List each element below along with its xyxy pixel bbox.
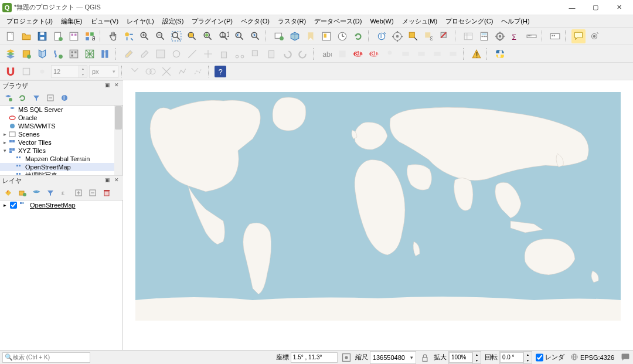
minimize-button[interactable]: — xyxy=(560,0,584,15)
menu-edit[interactable]: 編集(E) xyxy=(57,17,87,26)
rotation-input[interactable]: ▴▾ xyxy=(499,351,532,364)
browser-undock-button[interactable]: ▣ xyxy=(103,82,111,90)
menu-help[interactable]: ヘルプ(H) xyxy=(497,17,533,26)
toggle-editing-button[interactable] xyxy=(138,47,152,61)
lock-scale-icon[interactable] xyxy=(420,352,430,363)
filter-legend-icon[interactable] xyxy=(45,187,56,199)
new-bookmark-button[interactable] xyxy=(304,29,318,43)
toggle-extents-icon[interactable] xyxy=(341,352,352,363)
open-project-button[interactable] xyxy=(19,29,33,43)
current-edits-button[interactable] xyxy=(122,47,136,61)
add-feature-button[interactable] xyxy=(169,47,183,61)
menu-database[interactable]: データベース(D) xyxy=(310,17,366,26)
zoom-next-button[interactable] xyxy=(249,29,263,43)
keyboard-shortcuts-button[interactable] xyxy=(548,29,562,43)
new-gps-button[interactable] xyxy=(98,47,113,61)
zoom-in-button[interactable] xyxy=(138,29,152,43)
new-mesh-button[interactable] xyxy=(83,47,97,61)
tree-item-mapzen[interactable]: Mapzen Global Terrain xyxy=(0,155,122,163)
calculator-button[interactable] xyxy=(477,29,491,43)
zoom-out-button[interactable] xyxy=(154,29,168,43)
snapping-self-button[interactable] xyxy=(159,64,173,79)
layers-undock-button[interactable]: ▣ xyxy=(103,177,111,185)
avoid-overlap-button[interactable] xyxy=(191,64,205,79)
menu-raster[interactable]: ラスタ(R) xyxy=(274,17,310,26)
cut-features-button[interactable] xyxy=(233,47,247,61)
menu-settings[interactable]: 設定(S) xyxy=(158,17,188,26)
zoom-to-selection-button[interactable] xyxy=(185,29,199,43)
open-table-button[interactable] xyxy=(461,29,475,43)
select-by-value-button[interactable]: ε xyxy=(422,29,436,43)
style-manager-button[interactable]: a xyxy=(83,29,97,43)
filter-by-expr-icon[interactable]: ε xyxy=(59,187,70,199)
no-action-button[interactable] xyxy=(587,29,601,43)
layer-visibility-checkbox[interactable] xyxy=(10,202,17,209)
menu-project[interactable]: プロジェクト(J) xyxy=(2,17,57,26)
render-checkbox[interactable] xyxy=(536,352,543,363)
snapping-tolerance-input[interactable]: ▴▾ xyxy=(51,65,87,78)
snapping-intersection-button[interactable] xyxy=(144,64,158,79)
tree-item-scenes[interactable]: ▸ Scenes xyxy=(0,130,122,138)
statistics-button[interactable]: Σ xyxy=(509,29,523,43)
menu-layer[interactable]: レイヤ(L) xyxy=(122,17,158,26)
tree-item-mssql[interactable]: MS SQL Server xyxy=(0,106,122,114)
new-project-button[interactable] xyxy=(4,29,18,43)
python-console-button[interactable] xyxy=(493,47,507,61)
help-button[interactable]: ? xyxy=(215,66,226,77)
new-spatialite-button[interactable] xyxy=(51,47,65,61)
new-3d-view-button[interactable] xyxy=(288,29,302,43)
show-bookmarks-button[interactable] xyxy=(319,29,333,43)
menu-web[interactable]: Web(W) xyxy=(366,18,397,25)
zoom-full-button[interactable] xyxy=(169,29,183,43)
maptips-button[interactable] xyxy=(571,29,586,43)
identify-button[interactable]: i xyxy=(375,29,389,43)
save-edits-button[interactable] xyxy=(154,47,168,61)
browser-tree[interactable]: MS SQL Server Oracle WMS/WMTS ▸ Scenes ▸… xyxy=(0,105,123,175)
expand-icon[interactable]: ▸ xyxy=(1,202,8,208)
action-button[interactable] xyxy=(390,29,404,43)
layer-item-osm[interactable]: ▸ OpenStreetMap xyxy=(0,200,122,210)
topological-editing-button[interactable] xyxy=(128,64,142,79)
label-button[interactable]: abc xyxy=(319,47,333,61)
paste-features-button[interactable] xyxy=(264,47,278,61)
layer-style-icon[interactable] xyxy=(2,187,14,199)
diagram-button[interactable] xyxy=(335,47,349,61)
label-highlight[interactable]: abc xyxy=(367,47,381,61)
refresh-button[interactable] xyxy=(351,29,365,43)
rotate-label-button[interactable] xyxy=(430,47,444,61)
tree-item-xyz-tiles[interactable]: ▾ XYZ Tiles xyxy=(0,147,122,155)
snapping-unit-combo[interactable]: px xyxy=(89,65,118,78)
close-button[interactable]: ✕ xyxy=(607,0,631,15)
tree-item-oracle[interactable]: Oracle xyxy=(0,114,122,122)
scale-combo[interactable]: 136550480 xyxy=(370,351,416,364)
messages-icon[interactable] xyxy=(620,352,631,363)
coord-input[interactable] xyxy=(291,352,338,363)
filter-browser-icon[interactable] xyxy=(30,92,42,104)
change-label-button[interactable] xyxy=(446,47,460,61)
check-geometries-button[interactable]: ! xyxy=(469,47,484,61)
new-shapefile-button[interactable] xyxy=(35,47,49,61)
deselect-all-button[interactable] xyxy=(438,29,452,43)
search-input[interactable] xyxy=(13,354,88,360)
snapping-type-button[interactable] xyxy=(35,64,49,79)
pan-to-selection-button[interactable] xyxy=(122,29,136,43)
expand-icon[interactable]: ▸ xyxy=(1,131,8,137)
tolerance-value[interactable] xyxy=(52,66,79,77)
maximize-button[interactable]: ▢ xyxy=(584,0,607,15)
digitize-button[interactable] xyxy=(185,47,199,61)
tree-item-gsi[interactable]: 地理院写真 xyxy=(0,171,122,175)
tree-item-vector-tiles[interactable]: ▸ Vector Tiles xyxy=(0,138,122,147)
collapse-all-layers-icon[interactable] xyxy=(87,187,98,199)
enable-snapping-button[interactable] xyxy=(4,64,18,79)
refresh-browser-icon[interactable] xyxy=(16,92,28,104)
menu-mesh[interactable]: メッシュ(M) xyxy=(398,17,442,26)
menu-vector[interactable]: ベクタ(O) xyxy=(237,17,274,26)
snapping-config-button[interactable] xyxy=(19,64,33,79)
new-geopackage-button[interactable] xyxy=(19,47,33,61)
zoom-last-button[interactable] xyxy=(233,29,247,43)
layout-manager-button[interactable] xyxy=(67,29,81,43)
menu-view[interactable]: ビュー(V) xyxy=(87,17,123,26)
browser-scrollbar[interactable] xyxy=(114,106,122,175)
move-label-button[interactable] xyxy=(414,47,428,61)
data-source-manager-button[interactable] xyxy=(4,47,18,61)
